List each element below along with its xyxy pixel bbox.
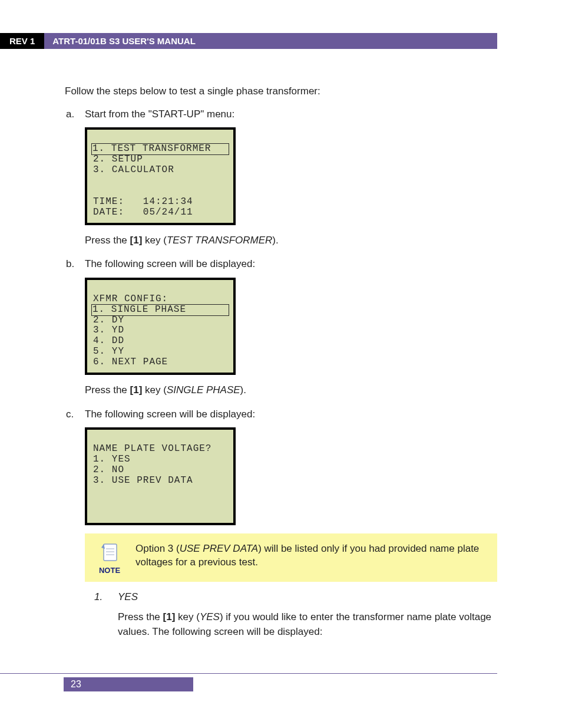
step-b-lead: The following screen will be displayed: [85, 257, 497, 272]
revision-badge: REV 1 [0, 33, 44, 49]
step-c-lead: The following screen will be displayed: [85, 407, 497, 422]
lcd-screen-nameplate: NAME PLATE VOLTAGE?1. YES2. NO3. USE PRE… [85, 427, 236, 525]
lcd-selected-line: 1. SINGLE PHASE [91, 304, 229, 316]
note-label: NOTE [95, 565, 124, 576]
step-b-instruction: Press the [1] key (SINGLE PHASE). [85, 383, 497, 398]
substep-marker: 1. [94, 590, 118, 640]
step-a-instruction: Press the [1] key (TEST TRANSFORMER). [85, 233, 497, 248]
step-marker: c. [65, 407, 85, 640]
lcd-screen-startup: 1. TEST TRANSFORMER2. SETUP3. CALCULATOR… [85, 127, 236, 225]
step-marker: b. [65, 257, 85, 404]
manual-title: ATRT-01/01B S3 USER'S MANUAL [44, 33, 497, 49]
note-icon [99, 542, 120, 563]
page-content: Follow the steps below to test a single … [65, 84, 497, 640]
step-a-lead: Start from the "START-UP" menu: [85, 107, 497, 122]
note-text: Option 3 (USE PREV DATA) will be listed … [135, 542, 487, 570]
step-b: b. The following screen will be displaye… [65, 257, 497, 404]
substep-1-yes: 1. YES Press the [1] key (YES) if you wo… [94, 590, 497, 640]
lcd-selected-line: 1. TEST TRANSFORMER [91, 143, 229, 155]
document-header: REV 1 ATRT-01/01B S3 USER'S MANUAL [0, 33, 562, 49]
substep-instruction: Press the [1] key (YES) if you would lik… [118, 610, 497, 639]
lcd-screen-xfmr-config: XFMR CONFIG:1. SINGLE PHASE2. DY3. YD4. … [85, 278, 236, 375]
page-number: 23 [64, 677, 193, 691]
svg-rect-0 [104, 544, 117, 561]
step-a: a. Start from the "START-UP" menu: 1. TE… [65, 107, 497, 254]
substep-title: YES [118, 591, 138, 602]
intro-text: Follow the steps below to test a single … [65, 84, 497, 99]
footer-rule [0, 673, 497, 674]
note-callout: NOTE Option 3 (USE PREV DATA) will be li… [85, 533, 497, 582]
step-c: c. The following screen will be displaye… [65, 407, 497, 640]
step-marker: a. [65, 107, 85, 254]
